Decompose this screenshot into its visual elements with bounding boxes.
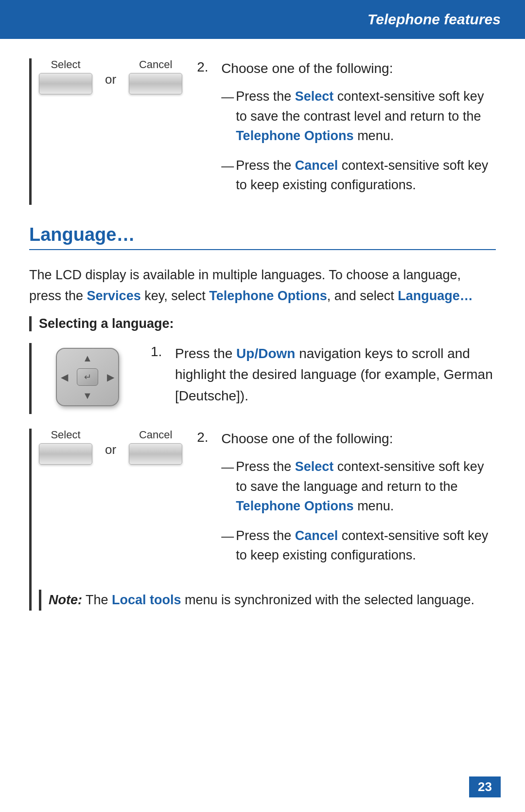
contrast-step2-content: 2. Choose one of the following: — Press …: [197, 58, 496, 205]
nav-pad: ▲ ◀ ↵ ▶ ▼: [56, 348, 119, 406]
language-step1-section: ▲ ◀ ↵ ▶ ▼ 1. Press the Up/Down navigatio…: [29, 343, 496, 414]
step2-number: 2.: [197, 58, 221, 75]
note-block: Note: The Local tools menu is synchroniz…: [39, 590, 496, 611]
or-text2: or: [105, 442, 116, 457]
nav-down-arrow: ▼: [83, 390, 92, 401]
step2-number2: 2.: [197, 429, 221, 445]
bullet1-text: Press the Select context-sensitive soft …: [236, 87, 496, 146]
page-content: Select or Cancel 2. Choose one of: [0, 39, 525, 640]
telephone-options-link2: Telephone Options: [209, 289, 327, 303]
telephone-options-link3: Telephone Options: [236, 499, 354, 513]
language-heading: Language…: [29, 224, 496, 250]
cancel-key-group2: Cancel: [129, 429, 182, 465]
select-key-btn: [39, 73, 92, 94]
nav-pad-image: ▲ ◀ ↵ ▶ ▼: [39, 343, 136, 406]
selecting-language-label: Selecting a language:: [29, 316, 496, 331]
page-number: 23: [469, 776, 501, 797]
dash4: —: [221, 526, 236, 546]
or-text: or: [105, 72, 116, 87]
language-step2-section: Select or Cancel 2. Choose one of the fo…: [29, 429, 496, 611]
enter-icon: ↵: [84, 372, 91, 382]
cancel-key-btn2: [129, 443, 182, 465]
language-intro: The LCD display is available in multiple…: [29, 265, 496, 307]
select-key-btn2: [39, 443, 92, 465]
bullet-cancel: — Press the Cancel context-sensitive sof…: [221, 156, 496, 195]
step2-label2: Choose one of the following:: [221, 429, 393, 449]
cancel-link2: Cancel: [295, 528, 338, 543]
contrast-keys-image: Select or Cancel: [39, 58, 182, 94]
cancel-link: Cancel: [295, 158, 338, 173]
step1-number: 1.: [151, 343, 175, 360]
language-link: Language…: [398, 289, 473, 303]
bullet1-text2: Press the Select context-sensitive soft …: [236, 457, 496, 516]
step2-bullets: — Press the Select context-sensitive sof…: [197, 87, 496, 195]
step2-label: Choose one of the following:: [221, 58, 393, 79]
select-link2: Select: [295, 459, 334, 474]
note-bold: Note:: [49, 593, 82, 607]
select-link: Select: [295, 89, 334, 104]
nav-center-btn: ↵: [77, 368, 98, 386]
bullet-cancel2: — Press the Cancel context-sensitive sof…: [221, 526, 496, 565]
bullet-select2: — Press the Select context-sensitive sof…: [221, 457, 496, 516]
select-key-label2: Select: [51, 429, 80, 441]
nav-left-arrow: ◀: [61, 371, 68, 383]
cancel-key-label2: Cancel: [139, 429, 172, 441]
telephone-options-link: Telephone Options: [236, 128, 354, 143]
language-keys-image: Select or Cancel: [39, 429, 182, 465]
dash2: —: [221, 156, 236, 176]
select-key-group2: Select: [39, 429, 92, 465]
nav-right-arrow: ▶: [107, 371, 114, 383]
cancel-key-btn: [129, 73, 182, 94]
cancel-key-label: Cancel: [139, 58, 172, 71]
bullet2-text2: Press the Cancel context-sensitive soft …: [236, 526, 496, 565]
page-header: Telephone features: [0, 0, 525, 39]
select-key-label: Select: [51, 58, 80, 71]
step2-bullets2: — Press the Select context-sensitive sof…: [197, 457, 496, 565]
language-step2-content: 2. Choose one of the following: — Press …: [197, 429, 496, 575]
cancel-key-group: Cancel: [129, 58, 182, 94]
bullet-select: — Press the Select context-sensitive sof…: [221, 87, 496, 146]
services-link: Services: [87, 289, 141, 303]
contrast-step2-section: Select or Cancel 2. Choose one of: [29, 58, 496, 205]
header-title: Telephone features: [368, 11, 501, 28]
bullet2-text: Press the Cancel context-sensitive soft …: [236, 156, 496, 195]
select-key-group: Select: [39, 58, 92, 94]
local-tools-link: Local tools: [112, 593, 181, 607]
language-step1-content: 1. Press the Up/Down navigation keys to …: [151, 343, 496, 414]
nav-up-arrow: ▲: [83, 353, 92, 364]
step1-text: Press the Up/Down navigation keys to scr…: [175, 343, 496, 406]
language-heading-container: Language…: [29, 224, 496, 250]
dash1: —: [221, 87, 236, 107]
dash3: —: [221, 457, 236, 477]
updown-link: Up/Down: [236, 346, 295, 361]
